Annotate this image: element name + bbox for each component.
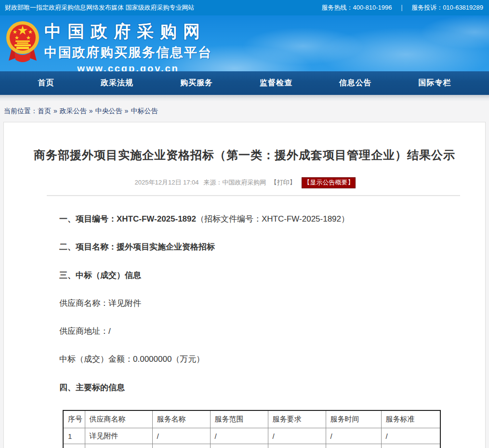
project-number-rest: （招标文件编号：XHTC-FW-2025-1892）: [196, 214, 349, 224]
paragraph-supplier-name: 供应商名称：详见附件: [59, 298, 456, 308]
cell-service-requirement: /: [268, 428, 326, 444]
site-slogan: 财政部唯一指定政府采购信息网络发布媒体 国家级政府采购专业网站: [5, 3, 195, 12]
meta-divider: [47, 195, 460, 196]
nav-item-regulations[interactable]: 政采法规: [101, 78, 133, 88]
cell-service-time: /: [326, 428, 381, 444]
col-header-service-name: 服务名称: [152, 410, 210, 428]
main-nav: 首页 政采法规 购买服务 监督检查 信息公告 国际专栏: [0, 71, 489, 95]
col-header-supplier: 供应商名称: [85, 410, 152, 428]
col-header-service-standard: 服务标准: [381, 410, 440, 428]
breadcrumb-central-notices[interactable]: 中央公告: [95, 107, 122, 115]
article-body: 一、项目编号：XHTC-FW-2025-1892（招标文件编号：XHTC-FW-…: [4, 214, 485, 448]
print-button[interactable]: 【打印】: [271, 179, 296, 186]
cell-service-time: [326, 444, 381, 448]
paragraph-project-name: 二、项目名称：援外项目实施企业资格招标: [59, 242, 456, 252]
article-source: 来源：中国政府采购网: [203, 179, 266, 186]
cell-service-requirement: [268, 444, 326, 448]
breadcrumb-prefix: 当前位置：: [4, 107, 38, 115]
nav-shadow-strip: [0, 95, 489, 101]
col-header-service-requirement: 服务要求: [268, 410, 326, 428]
site-url: www.ccgp.gov.cn: [44, 63, 212, 71]
project-number-bold: 一、项目编号：XHTC-FW-2025-1892: [59, 214, 196, 224]
paragraph-project-number: 一、项目编号：XHTC-FW-2025-1892（招标文件编号：XHTC-FW-…: [59, 214, 456, 224]
nav-item-supervision[interactable]: 监督检查: [260, 78, 292, 88]
paragraph-award-amount: 中标（成交）金额：0.0000000（万元）: [59, 354, 456, 364]
paragraph-main-lot-heading: 四、主要标的信息: [59, 382, 456, 393]
top-utility-bar: 财政部唯一指定政府采购信息网络发布媒体 国家级政府采购专业网站 服务热线：400…: [0, 0, 489, 15]
service-hotline: 服务热线：400-810-1996: [321, 3, 392, 12]
paragraph-supplier-address: 供应商地址：/: [59, 326, 456, 336]
topbar-contacts: 服务热线：400-810-1996 ｜ 服务投诉：010-63819289: [321, 3, 483, 12]
breadcrumb-separator: »: [53, 107, 57, 115]
publish-date: 2025年12月12日 17:04: [135, 179, 199, 186]
show-summary-button[interactable]: 【显示公告概要】: [302, 177, 356, 188]
nav-item-purchase-services[interactable]: 购买服务: [180, 78, 213, 88]
nav-item-international[interactable]: 国际专栏: [419, 78, 451, 88]
cell-service-scope: [210, 444, 268, 448]
col-header-service-time: 服务时间: [326, 410, 381, 428]
breadcrumb-separator: »: [89, 107, 93, 115]
topbar-divider: ｜: [398, 3, 405, 12]
service-complaint: 服务投诉：010-63819289: [411, 3, 483, 12]
nav-item-announcements[interactable]: 信息公告: [339, 78, 372, 88]
cell-service-name: [152, 444, 210, 448]
breadcrumb-award-notices[interactable]: 中标公告: [131, 107, 158, 115]
cell-supplier: [85, 444, 152, 448]
article-meta: 2025年12月12日 17:04 来源：中国政府采购网 【打印】 【显示公告概…: [4, 177, 485, 188]
lot-info-table: 序号 供应商名称 服务名称 服务范围 服务要求 服务时间 服务标准 1 详见附件…: [63, 410, 441, 448]
breadcrumb: 当前位置：首页»政采公告»中央公告»中标公告: [0, 101, 489, 122]
breadcrumb-procurement-notices[interactable]: 政采公告: [60, 107, 87, 115]
table-row: 1 详见附件 / / / / /: [63, 428, 440, 444]
table-row-empty: [63, 444, 440, 448]
nav-item-home[interactable]: 首页: [38, 78, 54, 88]
national-emblem-icon: [5, 19, 40, 67]
breadcrumb-home[interactable]: 首页: [38, 107, 51, 115]
cell-seq: [63, 444, 85, 448]
cell-service-scope: /: [210, 428, 268, 444]
breadcrumb-separator: »: [125, 107, 129, 115]
site-header: 中国政府采购网 中国政府购买服务信息平台 www.ccgp.gov.cn: [0, 15, 489, 71]
site-subtitle: 中国政府购买服务信息平台: [44, 44, 212, 61]
col-header-seq: 序号: [63, 410, 85, 428]
cell-seq: 1: [63, 428, 85, 444]
cell-supplier: 详见附件: [85, 428, 152, 444]
cell-service-standard: [381, 444, 440, 448]
table-header-row: 序号 供应商名称 服务名称 服务范围 服务要求 服务时间 服务标准: [63, 410, 440, 428]
site-title-block: 中国政府采购网 中国政府购买服务信息平台 www.ccgp.gov.cn: [44, 20, 212, 71]
paragraph-award-info-heading: 三、中标（成交）信息: [59, 270, 456, 280]
article-container: 商务部援外项目实施企业资格招标（第一类：援外成套项目管理企业）结果公示 2025…: [3, 122, 486, 448]
page-title: 商务部援外项目实施企业资格招标（第一类：援外成套项目管理企业）结果公示: [4, 122, 485, 163]
site-name: 中国政府采购网: [44, 20, 212, 43]
cell-service-name: /: [152, 428, 210, 444]
cell-service-standard: /: [381, 428, 440, 444]
col-header-service-scope: 服务范围: [210, 410, 268, 428]
